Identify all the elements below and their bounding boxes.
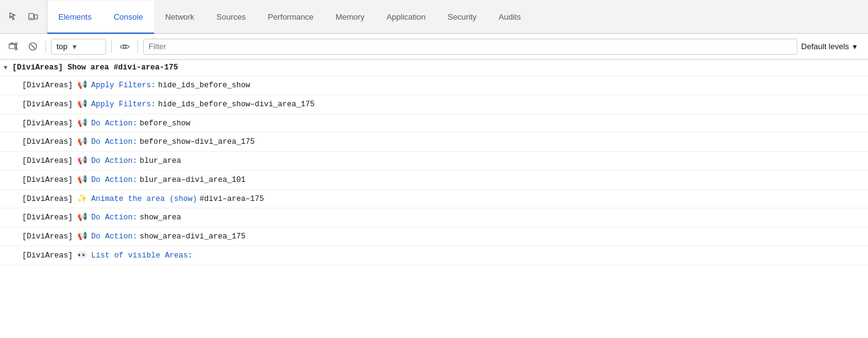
tab-application[interactable]: Application [376,1,437,34]
stop-recording-button[interactable] [25,39,41,55]
log-line-8: [DiviAreas] 📢 Do Action: show_area–divi_… [0,227,868,246]
toolbar-divider-2 [111,41,112,53]
console-toolbar: top ▼ Default levels ▼ [0,34,868,60]
tab-bar: Elements Console Network Sources Perform… [0,0,868,34]
log-line-0: [DiviAreas] 📢 Apply Filters: hide_ids_be… [0,76,868,95]
svg-rect-1 [34,15,37,19]
tab-sources[interactable]: Sources [206,1,257,34]
context-selector[interactable]: top ▼ [51,39,106,55]
log-line-4: [DiviAreas] 📢 Do Action: blur_area [0,152,868,171]
svg-point-12 [123,45,126,47]
tab-console[interactable]: Console [103,1,154,34]
sparkle-icon: ✨ [77,193,87,205]
tab-security[interactable]: Security [436,1,487,34]
group-header-text: [DiviAreas] Show area #divi-area-175 [12,63,178,72]
megaphone-icon-0: 📢 [77,79,87,92]
tab-performance[interactable]: Performance [257,1,324,34]
tab-elements[interactable]: Elements [47,1,103,34]
device-icon[interactable] [25,8,42,25]
levels-dropdown[interactable]: Default levels ▼ [801,42,863,51]
log-group-header[interactable]: ▼ [DiviAreas] Show area #divi-area-175 [0,60,868,76]
eye-icon-button[interactable] [117,39,133,55]
megaphone-icon-2: 📢 [77,117,87,130]
eyes-icon: 👀 [77,250,87,262]
log-line-9: [DiviAreas] 👀 List of visible Areas: [0,246,868,265]
inspect-icon[interactable] [5,8,22,25]
log-line-6: [DiviAreas] ✨ Animate the area (show) #d… [0,190,868,209]
tab-network[interactable]: Network [154,1,206,34]
megaphone-icon-8: 📢 [77,230,87,243]
svg-line-11 [31,44,35,49]
megaphone-icon-5: 📢 [77,174,87,186]
toolbar-divider-1 [45,41,46,53]
devtools-icons [0,0,47,33]
svg-rect-3 [9,44,15,49]
log-line-1: [DiviAreas] 📢 Apply Filters: hide_ids_be… [0,95,868,114]
log-line-2: [DiviAreas] 📢 Do Action: before_show [0,114,868,133]
clear-console-button[interactable] [5,39,21,55]
megaphone-icon-1: 📢 [77,98,87,111]
expand-triangle[interactable]: ▼ [4,65,7,71]
megaphone-icon-3: 📢 [77,136,87,148]
megaphone-icon-4: 📢 [77,155,87,167]
tab-audits[interactable]: Audits [487,1,532,34]
megaphone-icon-7: 📢 [77,211,87,224]
log-line-5: [DiviAreas] 📢 Do Action: blur_area–divi_… [0,171,868,190]
toolbar-divider-3 [138,41,138,53]
console-output: ▼ [DiviAreas] Show area #divi-area-175 [… [0,60,868,338]
log-line-3: [DiviAreas] 📢 Do Action: before_show–div… [0,133,868,152]
filter-input[interactable] [143,39,797,55]
log-line-7: [DiviAreas] 📢 Do Action: show_area [0,208,868,227]
tab-memory[interactable]: Memory [325,1,376,34]
